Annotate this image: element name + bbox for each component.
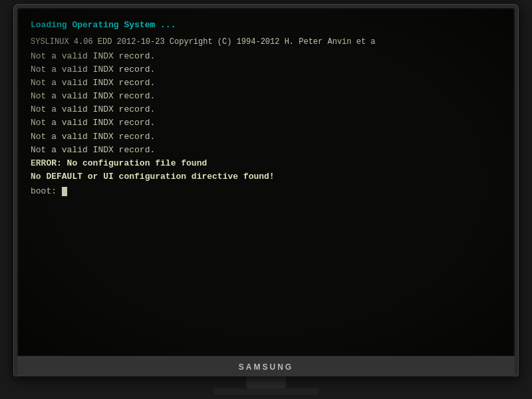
indx-line-1: Not a valid INDX record. [31,50,501,63]
terminal: Loading Operating System ... SYSLINUX 4.… [31,19,501,198]
indx-line-8: Not a valid INDX record. [31,144,501,157]
indx-line-4: Not a valid INDX record. [31,90,501,103]
cursor [62,187,67,196]
boot-prompt-text: boot: [31,186,62,196]
error-line: ERROR: No configuration file found [31,157,501,170]
indx-line-2: Not a valid INDX record. [31,63,501,76]
loading-line: Loading Operating System ... [31,19,501,32]
samsung-logo: SAMSUNG [239,362,293,372]
indx-line-7: Not a valid INDX record. [31,130,501,144]
monitor-stand-neck [246,376,286,388]
monitor-stand-base [213,388,319,395]
monitor-bottom-bar: SAMSUNG [17,356,515,376]
indx-line-3: Not a valid INDX record. [31,76,501,90]
syslinux-line: SYSLINUX 4.06 EDD 2012-10-23 Copyright (… [31,36,501,49]
boot-prompt-line: boot: [31,185,501,198]
screen: Loading Operating System ... SYSLINUX 4.… [17,8,515,356]
monitor: SyncMaster E2220 Loading Operating Syste… [13,4,519,376]
nodefault-line: No DEFAULT or UI configuration directive… [31,170,501,184]
indx-line-5: Not a valid INDX record. [31,103,501,116]
indx-line-6: Not a valid INDX record. [31,116,501,130]
